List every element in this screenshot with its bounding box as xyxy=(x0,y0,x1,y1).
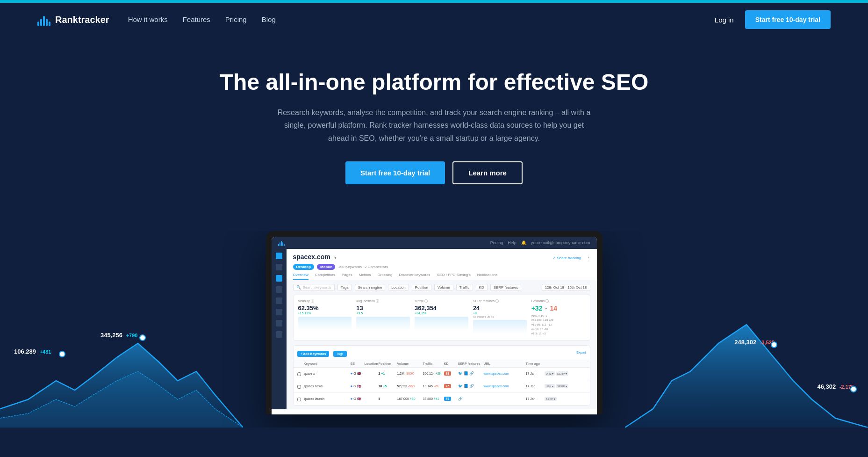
row1-url-btn[interactable]: URL ▾ xyxy=(545,371,555,376)
stat-serp-features: SERP features ⓘ 24 +8 All tracked 30 +5 xyxy=(473,299,527,336)
tags-button[interactable]: Tags xyxy=(333,351,347,357)
background-chart-right xyxy=(625,287,868,428)
sidebar-icon-grid[interactable] xyxy=(276,264,282,270)
nav-link-features[interactable]: Features xyxy=(183,15,210,23)
login-link[interactable]: Log in xyxy=(715,16,734,24)
row2-traffic: 10,145 -2K xyxy=(423,384,444,388)
tab-grossing[interactable]: Grossing xyxy=(377,273,392,280)
filter-volume[interactable]: Volume xyxy=(434,284,453,291)
row2-kd: 75 xyxy=(444,384,458,388)
row2-url[interactable]: www.spacex.com xyxy=(484,384,526,388)
filter-position[interactable]: Position xyxy=(412,284,431,291)
row3-se: ● G 🇬🇧 xyxy=(351,397,365,401)
pos-red-value: 14 xyxy=(550,305,557,312)
hero-description: Research keywords, analyse the competiti… xyxy=(275,106,593,145)
sidebar-icon-dashboard[interactable] xyxy=(276,253,282,259)
nav-links: How it works Features Pricing Blog xyxy=(128,15,276,24)
export-link[interactable]: Export xyxy=(576,351,586,354)
content-area: 🔍 Search keywords Tags Search engine Loc… xyxy=(287,280,597,409)
sidebar-icon-table[interactable] xyxy=(276,297,282,304)
row3-traffic: 38,880 +41 xyxy=(423,397,444,400)
nav-link-blog[interactable]: Blog xyxy=(262,15,276,23)
nav-link-how-it-works[interactable]: How it works xyxy=(128,15,168,23)
nav-left: Ranktracker How it works Features Pricin… xyxy=(37,13,276,26)
pos-101: #101+: 10 -1 xyxy=(531,314,585,319)
app-user-email: youremail@companyname.com xyxy=(531,240,590,245)
app-nav-help[interactable]: Help xyxy=(508,240,516,245)
search-icon: 🔍 xyxy=(296,285,301,290)
chart-dot-right xyxy=(771,341,777,348)
sidebar-icon-lines[interactable] xyxy=(276,320,282,326)
row1-traffic: 360,124 +2K xyxy=(423,372,444,375)
filter-search-engine[interactable]: Search engine xyxy=(355,284,386,291)
pos-1-3: #1-3: 11 +3 xyxy=(531,332,585,336)
stat-avg-label: Avg. position ⓘ xyxy=(356,299,410,304)
laptop-screen: Pricing Help 🔔 youremail@companyname.com xyxy=(272,237,597,414)
positions-highlight: +32 - 14 xyxy=(531,305,585,312)
dashboard-area: 106,289 +481 345,256 +790 248,302 -3,525… xyxy=(0,231,868,428)
stat-serp-label: SERP features ⓘ xyxy=(473,299,527,304)
tab-metrics[interactable]: Metrics xyxy=(359,273,371,280)
row1-serp-btn[interactable]: SERP ▾ xyxy=(556,371,568,376)
filter-tags[interactable]: Tags xyxy=(337,284,352,291)
filter-location[interactable]: Location xyxy=(388,284,409,291)
trial-button-nav[interactable]: Start free 10-day trial xyxy=(745,10,831,29)
share-tracking-button[interactable]: ↗ Share tracking xyxy=(552,256,581,260)
sidebar-icon-search[interactable] xyxy=(276,286,282,293)
th-volume: Volume xyxy=(397,362,423,365)
tab-discover[interactable]: Discover keywords xyxy=(399,273,430,280)
keyword-search-box[interactable]: 🔍 Search keywords xyxy=(293,284,335,291)
sidebar-icon-doc[interactable] xyxy=(276,331,282,338)
row3-serp-btn[interactable]: SERP ▾ xyxy=(545,397,557,401)
row1-se: ● G 🇬🇧 xyxy=(351,371,365,376)
th-time: Time ago xyxy=(526,362,545,365)
filter-serp[interactable]: SERP features xyxy=(490,284,522,291)
nav-link-pricing[interactable]: Pricing xyxy=(225,15,247,23)
mobile-tab[interactable]: Mobile xyxy=(317,264,335,270)
learn-more-button[interactable]: Learn more xyxy=(452,161,523,184)
row1-checkbox[interactable] xyxy=(297,370,304,378)
logo[interactable]: Ranktracker xyxy=(37,13,109,26)
stat-positions: Positions ⓘ +32 - 14 #101+: 10 -1 #51-10… xyxy=(531,299,585,336)
filter-traffic[interactable]: Traffic xyxy=(456,284,473,291)
date-range[interactable]: 12th Oct 18 - 16th Oct 18 xyxy=(542,284,590,291)
chart-right-value: 248,302 xyxy=(734,339,756,346)
stat-visibility-change: +15.13% xyxy=(298,312,352,315)
row1-keyword: space x xyxy=(304,372,351,375)
sidebar-icon-chart[interactable] xyxy=(276,275,282,282)
th-serp-features: SERP features xyxy=(458,362,484,365)
tab-seo-ppc[interactable]: SEO / PPC Saving's xyxy=(437,273,471,280)
share-tracking-wrapper: ↗ Share tracking ⋮ xyxy=(552,253,590,261)
trial-button-hero[interactable]: Start free 10-day trial xyxy=(345,161,445,184)
stats-row: Visibility ⓘ 62.35% +15.13% Avg. positio… xyxy=(293,295,590,341)
app-nav-pricing[interactable]: Pricing xyxy=(490,240,503,245)
filter-row: 🔍 Search keywords Tags Search engine Loc… xyxy=(293,284,590,291)
tab-overview[interactable]: Overview xyxy=(293,273,308,280)
row2-url-btn[interactable]: URL ▾ xyxy=(545,384,555,388)
mini-bar-1 xyxy=(278,244,279,246)
chart-label-right: 248,302 -3,525 xyxy=(734,339,775,346)
background-chart-left xyxy=(0,287,243,428)
row2-checkbox[interactable] xyxy=(297,382,304,391)
filter-kd[interactable]: KD xyxy=(476,284,488,291)
mini-bar-3 xyxy=(281,241,282,246)
sidebar-icon-group[interactable] xyxy=(276,309,282,315)
tab-notifications[interactable]: Notifications xyxy=(477,273,498,280)
tab-pages[interactable]: Pages xyxy=(342,273,352,280)
chart-dot-left xyxy=(59,351,65,357)
desktop-tab[interactable]: Desktop xyxy=(293,264,315,270)
tab-competitors[interactable]: Competitors xyxy=(315,273,335,280)
add-keywords-button[interactable]: + Add Keywords xyxy=(297,351,330,357)
row1-url[interactable]: www.spacex.com xyxy=(484,372,526,375)
app-header-links: Pricing Help 🔔 youremail@companyname.com xyxy=(490,240,590,245)
th-checkbox xyxy=(297,362,304,365)
nav-right: Log in Start free 10-day trial xyxy=(715,10,831,29)
pos-51-100: #51-100: 123 +29 xyxy=(531,318,585,323)
row2-serp-btn[interactable]: SERP ▾ xyxy=(556,384,568,388)
row2-serp: 🐦 📘 🔗 xyxy=(458,384,484,388)
row3-checkbox[interactable] xyxy=(297,395,304,403)
options-icon[interactable]: ⋮ xyxy=(586,255,590,260)
table-row: spacex launch ● G 🇬🇧 5 167,000 +50 38,88… xyxy=(294,393,590,405)
domain-chevron-icon[interactable]: ▾ xyxy=(334,255,337,260)
row2-actions: URL ▾ SERP ▾ xyxy=(545,384,573,388)
